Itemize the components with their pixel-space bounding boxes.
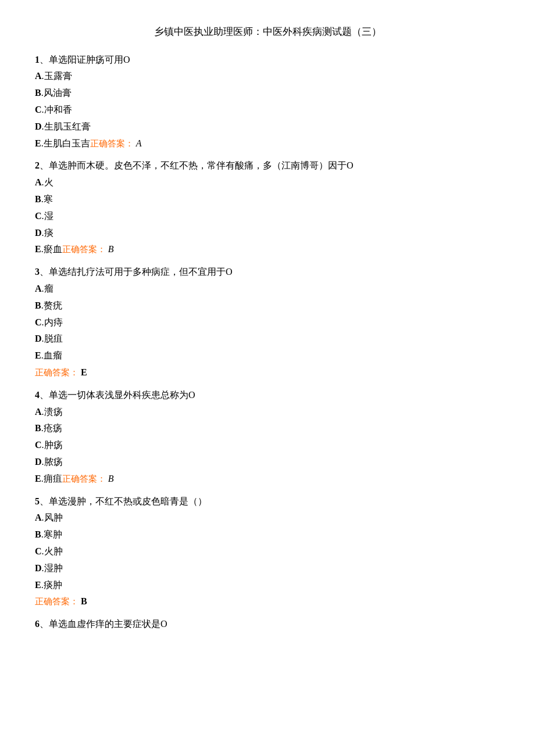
option-1-D: D.生肌玉红膏: [35, 119, 500, 135]
option-2-C: C.湿: [35, 208, 500, 225]
question-block-3: 3、单选结扎疗法可用于多种病症，但不宜用于OA.瘤B.赘疣C.内痔D.脱疽E.血…: [35, 264, 500, 381]
answer-label-4: 正确答案：: [62, 474, 106, 483]
option-1-C: C.冲和香: [35, 102, 500, 119]
option-2-E: E.瘀血正确答案： B: [35, 241, 500, 258]
answer-value-4: B: [106, 474, 114, 483]
answer-block-3: 正确答案： E: [35, 364, 500, 381]
option-1-B: B.风油膏: [35, 85, 500, 102]
option-5-D: D.湿肿: [35, 560, 500, 577]
option-5-E: E.痰肿: [35, 577, 500, 594]
option-5-B: B.寒肿: [35, 526, 500, 543]
answer-value-5: B: [79, 596, 87, 606]
option-4-D: D.脓疡: [35, 454, 500, 471]
answer-label-1: 正确答案：: [90, 139, 134, 148]
question-block-6: 6、单选血虚作痒的主要症状是O: [35, 616, 500, 633]
option-4-E: E.痈疽正确答案： B: [35, 471, 500, 488]
question-block-4: 4、单选一切体表浅显外科疾患总称为OA.溃疡B.疮疡C.肿疡D.脓疡E.痈疽正确…: [35, 387, 500, 488]
option-1-A: A.玉露膏: [35, 68, 500, 85]
page-title: 乡镇中医执业助理医师：中医外科疾病测试题（三）: [35, 23, 500, 41]
question-2: 2、单选肿而木硬。皮色不泽，不红不热，常伴有酸痛，多（江南博哥）因于O: [35, 157, 500, 174]
question-6: 6、单选血虚作痒的主要症状是O: [35, 616, 500, 633]
question-block-2: 2、单选肿而木硬。皮色不泽，不红不热，常伴有酸痛，多（江南博哥）因于OA.火B.…: [35, 157, 500, 258]
question-5: 5、单选漫肿，不红不热或皮色暗青是（）: [35, 493, 500, 510]
option-3-D: D.脱疽: [35, 331, 500, 347]
option-5-C: C.火肿: [35, 543, 500, 560]
answer-label-5: 正确答案：: [35, 597, 79, 606]
answer-value-3: E: [79, 367, 87, 377]
question-block-1: 1、单选阳证肿疡可用OA.玉露膏B.风油膏C.冲和香D.生肌玉红膏E.生肌白玉吉…: [35, 52, 500, 152]
answer-value-1: A: [134, 138, 142, 148]
question-3: 3、单选结扎疗法可用于多种病症，但不宜用于O: [35, 264, 500, 281]
option-3-A: A.瘤: [35, 281, 500, 298]
option-4-A: A.溃疡: [35, 404, 500, 421]
option-4-C: C.肿疡: [35, 437, 500, 454]
option-1-E: E.生肌白玉吉正确答案： A: [35, 135, 500, 152]
option-2-B: B.寒: [35, 191, 500, 208]
question-4: 4、单选一切体表浅显外科疾患总称为O: [35, 387, 500, 404]
option-3-E: E.血瘤: [35, 347, 500, 364]
answer-label-2: 正确答案：: [62, 245, 106, 254]
question-1: 1、单选阳证肿疡可用O: [35, 52, 500, 69]
option-5-A: A.风肿: [35, 510, 500, 526]
option-3-C: C.内痔: [35, 314, 500, 331]
option-2-D: D.痰: [35, 225, 500, 242]
answer-block-5: 正确答案： B: [35, 593, 500, 610]
answer-value-2: B: [106, 244, 114, 254]
option-2-A: A.火: [35, 174, 500, 191]
option-4-B: B.疮疡: [35, 420, 500, 437]
question-block-5: 5、单选漫肿，不红不热或皮色暗青是（）A.风肿B.寒肿C.火肿D.湿肿E.痰肿正…: [35, 493, 500, 611]
option-3-B: B.赘疣: [35, 298, 500, 314]
answer-label-3: 正确答案：: [35, 368, 79, 377]
